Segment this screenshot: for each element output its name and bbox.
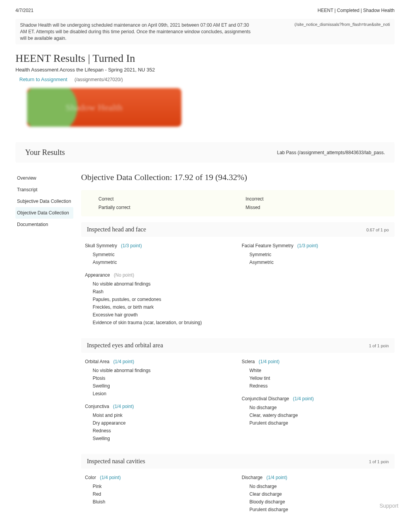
criterion: Color(1/4 point)PinkRedBluish <box>85 474 234 506</box>
criterion-points: (No point) <box>114 272 134 278</box>
notice-text: Shadow Health will be undergoing schedul… <box>20 22 252 41</box>
sidebar-item-transcript[interactable]: Transcript <box>15 184 73 195</box>
criterion-label: Discharge <box>242 475 263 480</box>
option: Papules, pustules, or comedones <box>85 296 234 303</box>
option: Red <box>85 490 234 498</box>
option: Moist and pink <box>85 411 234 419</box>
option: Rash <box>85 288 234 296</box>
sidebar-item-subjective[interactable]: Subjective Data Collection <box>15 195 73 207</box>
criterion-label: Conjunctiva <box>85 404 109 409</box>
section-title: Inspected nasal cavities <box>87 458 145 465</box>
option: Asymmetric <box>242 258 391 266</box>
option: Redness <box>242 382 391 390</box>
criteria-grid: Skull Symmetry(1/3 point)SymmetricAsymme… <box>81 243 395 332</box>
options: No visible abnormal findingsPtosisSwelli… <box>85 367 234 398</box>
option: Pink <box>85 483 234 490</box>
notice-dismiss-link[interactable]: (/site_notice_dismissals?from_flash=true… <box>295 22 390 41</box>
criterion-label: Appearance <box>85 272 110 278</box>
criterion-points: (1/4 point) <box>259 359 280 364</box>
options: WhiteYellow tintRedness <box>242 367 391 390</box>
main-layout: Overview Transcript Subjective Data Coll… <box>15 172 395 525</box>
option: No discharge <box>242 404 391 411</box>
sidebar-item-overview[interactable]: Overview <box>15 172 73 184</box>
option: Excessive hair growth <box>85 311 234 319</box>
legend-correct: Correct <box>91 195 238 203</box>
options: SymmetricAsymmetric <box>85 251 234 266</box>
criteria-col: Discharge(1/4 point)No dischargeClear di… <box>242 474 391 519</box>
legend: Correct Partially correct Incorrect Miss… <box>81 190 395 216</box>
top-bar: 4/7/2021 HEENT | Completed | Shadow Heal… <box>15 8 395 13</box>
print-date: 4/7/2021 <box>15 8 34 13</box>
sidebar-item-objective[interactable]: Objective Data Collection <box>15 207 73 219</box>
criterion: Conjunctiva(1/4 point)Moist and pinkDry … <box>85 403 234 442</box>
criteria-grid: Color(1/4 point)PinkRedBluishDischarge(1… <box>81 474 395 519</box>
criterion-label: Skull Symmetry <box>85 243 117 248</box>
section-header: Inspected head and face0.67 of 1 po <box>81 222 395 237</box>
criterion-points: (1/3 point) <box>121 243 142 248</box>
results-bar: Your Results Lab Pass (/assignment_attem… <box>15 142 395 163</box>
option: Dry appearance <box>85 419 234 427</box>
legend-partially: Partially correct <box>91 203 238 212</box>
maintenance-notice: Shadow Health will be undergoing schedul… <box>15 19 395 44</box>
content: Objective Data Collection: 17.92 of 19 (… <box>81 172 395 525</box>
criteria-col: Color(1/4 point)PinkRedBluish <box>85 474 234 519</box>
support-button[interactable]: Support <box>380 503 398 509</box>
score-title: Objective Data Collection: 17.92 of 19 (… <box>81 172 395 182</box>
option: Bloody discharge <box>242 498 391 506</box>
criterion: Orbital Area(1/4 point)No visible abnorm… <box>85 359 234 398</box>
option: Redness <box>85 427 234 435</box>
option: Lesion <box>85 390 234 398</box>
criterion-label: Orbital Area <box>85 359 109 364</box>
criterion: Facial Feature Symmetry(1/3 point)Symmet… <box>242 243 391 266</box>
option: No visible abnormal findings <box>85 280 234 288</box>
page-subtitle: Health Assessment Across the Lifespan - … <box>15 67 395 73</box>
criterion-points: (1/3 point) <box>297 243 318 248</box>
option: Swelling <box>85 382 234 390</box>
options: No visible abnormal findingsRashPapules,… <box>85 280 234 326</box>
legend-col-right: Incorrect Missed <box>238 195 385 212</box>
criteria-col: Sclera(1/4 point)WhiteYellow tintRedness… <box>242 359 391 448</box>
criterion-label: Sclera <box>242 359 255 364</box>
sidebar: Overview Transcript Subjective Data Coll… <box>15 172 73 525</box>
option: No visible abnormal findings <box>85 367 234 374</box>
section-points: 1 of 1 poin <box>369 459 389 464</box>
criterion: Sclera(1/4 point)WhiteYellow tintRedness <box>242 359 391 390</box>
sidebar-item-documentation[interactable]: Documentation <box>15 219 73 230</box>
criterion-points: (1/4 point) <box>100 475 121 480</box>
option: Clear discharge <box>242 490 391 498</box>
criteria-col: Skull Symmetry(1/3 point)SymmetricAsymme… <box>85 243 234 332</box>
criterion-points: (1/4 point) <box>266 475 287 480</box>
options: Moist and pinkDry appearanceRednessSwell… <box>85 411 234 442</box>
criterion: Skull Symmetry(1/3 point)SymmetricAsymme… <box>85 243 234 266</box>
option: Symmetric <box>85 251 234 258</box>
option: Clear, watery discharge <box>242 411 391 419</box>
your-results-title: Your Results <box>25 148 65 157</box>
option: Swelling <box>85 435 234 442</box>
options: PinkRedBluish <box>85 483 234 506</box>
legend-incorrect: Incorrect <box>238 195 385 203</box>
criteria-col: Facial Feature Symmetry(1/3 point)Symmet… <box>242 243 391 332</box>
legend-missed: Missed <box>238 203 385 212</box>
section-title: Inspected eyes and orbital area <box>87 342 163 349</box>
option: Bluish <box>85 498 234 506</box>
return-to-assignment-link[interactable]: Return to Assignment <box>19 76 67 82</box>
criterion-points: (1/4 point) <box>113 359 134 364</box>
criterion-points: (1/4 point) <box>293 396 314 401</box>
brand-banner: Shadow Health <box>27 88 181 127</box>
options: No dischargeClear dischargeBloody discha… <box>242 483 391 513</box>
section-points: 0.67 of 1 po <box>366 228 389 232</box>
criterion: Conjunctival Discharge(1/4 point)No disc… <box>242 396 391 427</box>
options: No dischargeClear, watery dischargePurul… <box>242 404 391 427</box>
criteria-col: Orbital Area(1/4 point)No visible abnorm… <box>85 359 234 448</box>
option: No discharge <box>242 483 391 490</box>
option: Asymmetric <box>85 258 234 266</box>
lab-pass-link[interactable]: Lab Pass (/assignment_attempts/8843633/l… <box>277 150 385 155</box>
criterion-label: Color <box>85 475 96 480</box>
option: Ptosis <box>85 374 234 382</box>
option: Freckles, moles, or birth mark <box>85 303 234 311</box>
section-title: Inspected head and face <box>87 226 146 233</box>
criteria-grid: Orbital Area(1/4 point)No visible abnorm… <box>81 359 395 448</box>
page-title: HEENT Results | Turned In <box>15 52 395 65</box>
return-path: (/assignments/427020/) <box>75 77 123 82</box>
options: SymmetricAsymmetric <box>242 251 391 266</box>
